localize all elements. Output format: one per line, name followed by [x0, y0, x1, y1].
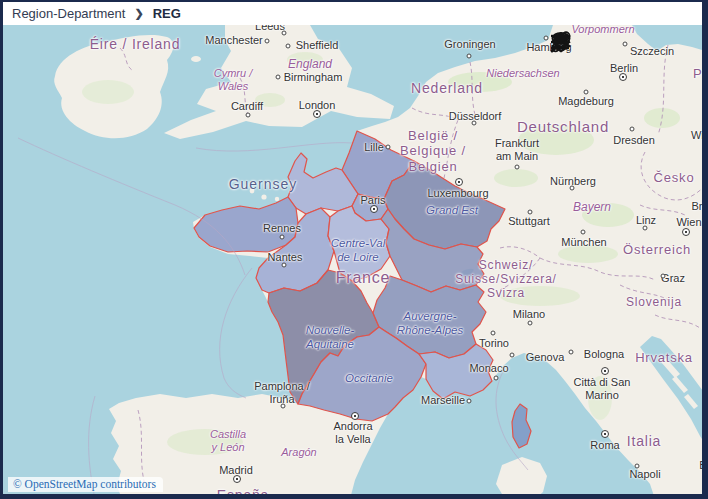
map-label-slovenija: Slovenija	[626, 295, 682, 309]
breadcrumb-root[interactable]: Region-Department	[12, 6, 125, 21]
map-label-occitanie: Occitanie	[345, 372, 393, 386]
map-label-guernsey: Guernsey	[229, 176, 298, 193]
map-marker-cardiff	[246, 113, 251, 118]
map-marker-bologna	[569, 350, 574, 355]
map-label-sheffield: Sheffield	[296, 39, 339, 52]
map-marker-magdeburg	[584, 90, 589, 95]
map-marker-madrid	[233, 475, 241, 483]
map-label-bari: Bari	[699, 459, 702, 472]
map-marker-rennes	[280, 235, 285, 240]
map-marker-monaco	[494, 376, 499, 381]
map-label-polska: Polska	[693, 66, 702, 81]
map-label-genova: Genova	[526, 351, 565, 364]
map-label-stuttgart: Stuttgart	[508, 215, 550, 228]
layers-icon[interactable]	[674, 30, 696, 54]
map-label-pamplona-iru-a: Pamplona / Iruña	[254, 380, 310, 406]
menu-icon[interactable]	[649, 30, 671, 54]
map-label-luxembourg: Luxembourg	[427, 187, 488, 200]
map-label-birmingham: Birmingham	[284, 71, 343, 84]
map-label-cymru-wales: Cymru / Wales	[214, 67, 253, 93]
map-label-wroc-aw: Wrocław	[691, 129, 702, 142]
map-label-nantes: Nantes	[268, 251, 303, 264]
map-label-paris: Paris	[360, 194, 385, 207]
map-canvas[interactable]: LeedsManchesterSheffieldBirminghamLondon…	[3, 25, 702, 494]
map-label-brno: Brno	[691, 200, 702, 213]
map-marker-andorra-la-vella	[351, 412, 359, 420]
map-marker-nantes	[282, 263, 287, 268]
map-marker-leeds	[282, 31, 287, 36]
map-attribution: © OpenStreetMap contributors	[8, 477, 163, 492]
map-label-torino: Torino	[479, 337, 509, 350]
map-marker-birmingham	[276, 75, 281, 80]
map-marker-m-nchen	[581, 230, 586, 235]
map-label-espa-a: España	[217, 487, 269, 494]
map-marker-n-rnberg	[570, 186, 575, 191]
map-label-italia: Italia	[627, 433, 661, 450]
map-label-d-sseldorf: Düsseldorf	[449, 110, 502, 123]
map-label-rennes: Rennes	[263, 222, 301, 235]
map-label-auvergne-rh-ne-alpes: Auvergne- Rhône-Alpes	[397, 310, 463, 337]
map-label-monaco: Monaco	[469, 362, 508, 375]
map-label-roma: Roma	[590, 439, 619, 452]
attribution-link[interactable]: © OpenStreetMap contributors	[13, 478, 156, 490]
map-label-belgi-belgique-belgien: België / Belgique / Belgien	[400, 128, 466, 174]
map-label-ire-ireland: Éire / Ireland	[90, 36, 181, 53]
map-label-schweiz-suisse-svizzera-svizra: Schweiz/ Suisse/Svizzera/ Svizra	[455, 258, 557, 300]
map-marker-groningen	[467, 54, 472, 59]
lasso-select-icon[interactable]	[624, 30, 646, 54]
map-label-castilla-y-le-n: Castilla y León	[210, 428, 246, 454]
map-label-manchester: Manchester	[205, 34, 262, 47]
map-label-niedersachsen: Niedersachsen	[486, 67, 559, 80]
map-label-nederland: Nederland	[411, 80, 483, 97]
map-label-bayern: Bayern	[573, 200, 611, 214]
map-label-deutschland: Deutschland	[517, 118, 609, 136]
map-marker-frankfurt-am-main	[515, 165, 520, 170]
map-label-sterreich: Österreich	[623, 242, 691, 257]
map-marker-roma	[601, 430, 609, 438]
map-marker-hamburg	[544, 36, 549, 41]
map-marker-genova	[510, 353, 515, 358]
map-label-lille: Lille	[364, 141, 384, 154]
map-label-m-nchen: München	[561, 236, 606, 249]
map-label-madrid: Madrid	[219, 464, 253, 477]
map-marker-london	[313, 110, 321, 118]
map-label-grand-est: Grand Est	[426, 204, 478, 218]
map-label-england: England	[288, 57, 332, 71]
map-label-graz: Graz	[661, 272, 685, 285]
breadcrumb-separator-icon: ❯	[134, 7, 143, 20]
map-marker-torino	[491, 331, 496, 336]
map-label-cardiff: Cardiff	[231, 100, 263, 113]
map-label-milano: Milano	[513, 308, 545, 321]
map-marker-berlin	[619, 73, 627, 81]
map-labels-layer: LeedsManchesterSheffieldBirminghamLondon…	[3, 25, 702, 494]
map-label-napoli: Napoli	[629, 468, 660, 481]
map-marker-paris	[370, 205, 378, 213]
map-marker-marseille	[467, 399, 472, 404]
map-marker-napoli	[635, 464, 640, 469]
breadcrumb: Region-Department ❯ REG	[3, 2, 702, 25]
map-label-centre-val-de-loire: Centre-Val de Loire	[331, 237, 386, 264]
undo-icon[interactable]	[599, 30, 621, 54]
map-marker-stuttgart	[528, 210, 533, 215]
map-label-leeds: Leeds	[255, 25, 285, 32]
map-label-frankfurt-am-main: Frankfurt am Main	[495, 137, 539, 163]
map-label-marseille: Marseille	[421, 394, 465, 407]
map-label-esko: Česko	[654, 170, 695, 185]
map-marker-wien	[682, 228, 690, 236]
map-marker-graz	[661, 274, 666, 279]
map-label-citt-di-san-marino: Città di San Marino	[574, 376, 631, 402]
map-label-n-rnberg: Nürnberg	[550, 175, 596, 188]
map-marker-manchester	[265, 39, 270, 44]
map-marker-linz	[643, 226, 648, 231]
map-marker-pamplona-iru-a	[281, 404, 286, 409]
map-marker-citt-di-san-marino	[601, 367, 609, 375]
map-label-dresden: Dresden	[613, 134, 655, 147]
zoom-in-icon[interactable]	[574, 30, 596, 54]
map-marker-milano	[528, 321, 533, 326]
map-label-france: France	[336, 269, 391, 288]
map-marker-luxembourg	[455, 178, 463, 186]
map-label-nouvelle-aquitaine: Nouvelle- Aquitaine	[306, 324, 355, 351]
map-marker-lille	[386, 145, 391, 150]
map-marker-dresden	[630, 127, 635, 132]
map-label-hrvatska: Hrvatska	[635, 350, 693, 365]
